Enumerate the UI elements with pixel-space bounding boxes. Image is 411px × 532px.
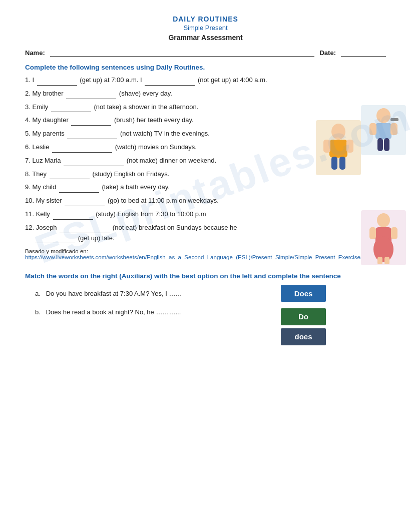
blank[interactable] bbox=[50, 172, 90, 179]
sentence-text: (study) English on Fridays. bbox=[92, 170, 169, 178]
svg-point-13 bbox=[377, 213, 390, 227]
sentence-num: 4. My daughter bbox=[25, 116, 69, 124]
sentence-num: 12. Joseph bbox=[25, 224, 57, 231]
sentence-num: 11. Kelly bbox=[25, 210, 50, 218]
sentence-text: (not take) a shower in the afternoon. bbox=[94, 103, 198, 111]
sentence-num: 1. I bbox=[25, 76, 34, 84]
blank[interactable] bbox=[71, 119, 111, 126]
woman-svg bbox=[363, 212, 403, 264]
list-item: 12. Joseph (not eat) breakfast on Sunday… bbox=[25, 223, 386, 244]
name-line[interactable] bbox=[50, 49, 315, 57]
blank[interactable] bbox=[67, 132, 117, 139]
date-label: Date: bbox=[319, 49, 336, 57]
svg-rect-5 bbox=[339, 157, 345, 170]
sentence-text: (go) to bed at 11:00 p.m on weekdays. bbox=[108, 197, 219, 204]
sentence-text: (not eat) breakfast on Sundays because h… bbox=[113, 224, 237, 231]
illustration-girl bbox=[316, 120, 361, 175]
list-item: 1. I (get up) at 7:00 a.m. I (not get up… bbox=[25, 75, 386, 86]
svg-rect-15 bbox=[369, 227, 376, 239]
sentence-text: (study) English from 7:30 to 10:00 p.m bbox=[96, 210, 206, 218]
name-label: Name: bbox=[25, 49, 45, 57]
blank[interactable] bbox=[60, 226, 110, 233]
blank[interactable] bbox=[145, 79, 195, 86]
blank[interactable] bbox=[66, 92, 116, 99]
svg-rect-18 bbox=[377, 257, 382, 264]
illustration-boy bbox=[361, 105, 406, 155]
sentence-num: 9. My child bbox=[25, 183, 56, 191]
source-link[interactable]: https://www.liveworksheets.com/worksheet… bbox=[25, 254, 393, 260]
svg-point-6 bbox=[376, 108, 390, 123]
svg-rect-12 bbox=[390, 118, 398, 121]
list-item: 2. My brother (shave) every day. bbox=[25, 89, 386, 99]
title-sub: Simple Present bbox=[25, 24, 386, 32]
list-item: 11. Kelly (study) English from 7:30 to 1… bbox=[25, 209, 386, 220]
svg-rect-2 bbox=[323, 140, 330, 153]
blank[interactable] bbox=[51, 105, 91, 112]
blank[interactable] bbox=[37, 79, 77, 86]
name-date-row: Name: Date: bbox=[25, 49, 386, 57]
source-note: Basado y modificado en: https://www.live… bbox=[25, 248, 386, 260]
boy-svg bbox=[363, 107, 403, 154]
sentence-text: (not watch) TV in the evenings. bbox=[120, 130, 210, 137]
sentence-num: 10. My sister bbox=[25, 197, 62, 204]
list-item: 3. Emily (not take) a shower in the afte… bbox=[25, 102, 386, 113]
list-item: 9. My child (take) a bath every day. bbox=[25, 182, 386, 193]
sentence-num: 7. Luz Maria bbox=[25, 157, 61, 164]
match-row-a: a. Do you have breakfast at 7:30 A.M? Ye… bbox=[35, 290, 326, 297]
sentence-text: (get up) at 7:00 a.m. I bbox=[80, 76, 142, 84]
sentence-text: (shave) every day. bbox=[119, 90, 172, 97]
svg-rect-10 bbox=[377, 138, 383, 151]
title-grammar: Grammar Assessment bbox=[25, 34, 386, 42]
aux-does-box[interactable]: Does bbox=[281, 285, 326, 302]
aux-options-column: Do does bbox=[281, 308, 326, 345]
illustration-woman bbox=[361, 210, 406, 265]
match-section: a. Do you have breakfast at 7:30 A.M? Ye… bbox=[35, 290, 386, 316]
match-sentence: Does he read a book at night? No, he ………… bbox=[46, 308, 181, 316]
svg-rect-1 bbox=[329, 140, 347, 158]
section2-title: Match the words on the right (Auxiliars)… bbox=[25, 271, 386, 281]
sentence-num: 8. They bbox=[25, 170, 47, 178]
sentence-num: 2. My brother bbox=[25, 90, 64, 97]
svg-rect-19 bbox=[384, 257, 389, 264]
girl-svg bbox=[318, 123, 358, 173]
svg-rect-7 bbox=[375, 123, 391, 139]
sentence-num: 6. Leslie bbox=[25, 143, 49, 151]
blank[interactable] bbox=[35, 236, 75, 243]
svg-rect-9 bbox=[390, 123, 397, 135]
sentence-text: (get up) late. bbox=[78, 234, 115, 242]
svg-point-0 bbox=[331, 124, 345, 140]
match-letter: a. bbox=[35, 290, 44, 297]
sentence-num: 3. Emily bbox=[25, 103, 48, 111]
sentence-text: (watch) movies on Sundays. bbox=[115, 143, 197, 151]
sentence-text: (take) a bath every day. bbox=[102, 183, 170, 191]
title-main: DAILY ROUTINES bbox=[25, 15, 386, 23]
blank[interactable] bbox=[59, 186, 99, 193]
sentence-text: (brush) her teeth every day. bbox=[114, 116, 194, 124]
sentence-text: (not make) dinner on weekend. bbox=[127, 157, 216, 164]
sentence-text: (not get up) at 4:00 a.m. bbox=[198, 76, 267, 84]
blank[interactable] bbox=[65, 199, 105, 206]
list-item: 10. My sister (go) to bed at 11:00 p.m o… bbox=[25, 196, 386, 206]
svg-rect-16 bbox=[391, 227, 397, 239]
svg-rect-11 bbox=[384, 138, 389, 151]
blank[interactable] bbox=[53, 213, 93, 220]
date-line[interactable] bbox=[341, 49, 386, 57]
aux-does-lower-box[interactable]: does bbox=[281, 328, 326, 345]
match-row-b: b. Does he read a book at night? No, he … bbox=[35, 308, 326, 316]
section1-title: Complete the following sentences using D… bbox=[25, 64, 386, 71]
svg-point-17 bbox=[373, 236, 393, 262]
aux-do-box[interactable]: Do bbox=[281, 308, 326, 325]
blank[interactable] bbox=[52, 146, 112, 153]
sentence-num: 5. My parents bbox=[25, 130, 65, 137]
match-letter: b. bbox=[35, 308, 44, 316]
svg-rect-4 bbox=[331, 157, 337, 170]
blank[interactable] bbox=[64, 159, 124, 166]
svg-rect-8 bbox=[369, 123, 376, 135]
page-header: DAILY ROUTINES Simple Present Grammar As… bbox=[25, 15, 386, 42]
svg-rect-3 bbox=[346, 140, 353, 153]
match-sentence: Do you have breakfast at 7:30 A.M? Yes, … bbox=[46, 290, 182, 297]
